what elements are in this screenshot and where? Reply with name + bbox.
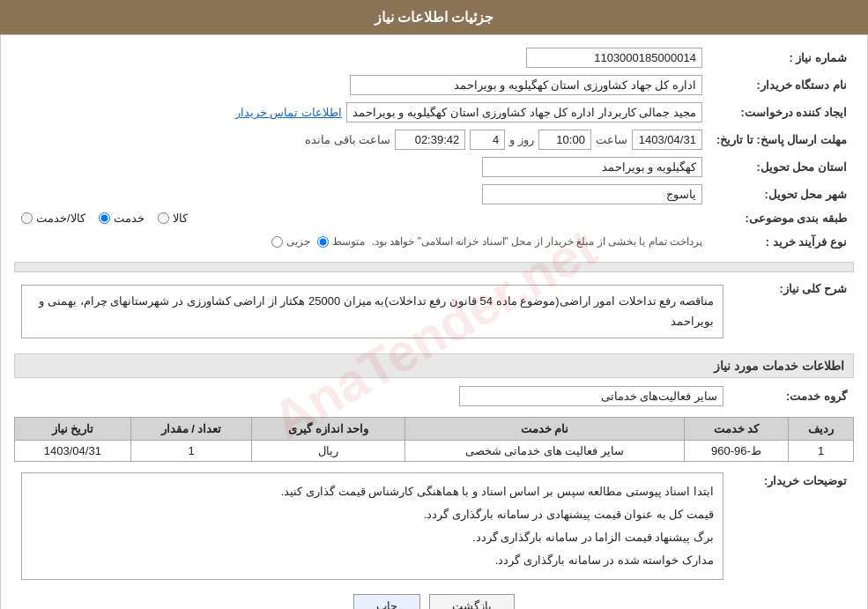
ostan-label: استان محل تحویل: bbox=[709, 153, 854, 181]
col-tedad: تعداد / مقدار bbox=[130, 417, 252, 440]
col-nam: نام خدمت bbox=[405, 417, 685, 440]
dastgah-box: اداره کل جهاد کشاورزی استان کهگیلویه و ب… bbox=[350, 75, 702, 95]
tossif-line: برگ پیشنهاد قیمت الزاما در سامانه بارگذا… bbox=[31, 526, 714, 549]
tabaqe-khedmat-item: خدمت bbox=[99, 212, 145, 225]
services-grid: ردیف کد خدمت نام خدمت واحد اندازه گیری ت… bbox=[14, 417, 854, 462]
back-button[interactable]: بازگشت bbox=[429, 594, 515, 609]
mohlat-rooz-box: 4 bbox=[470, 130, 505, 150]
cell-nam_khedmat: سایر فعالیت های خدماتی شخصی bbox=[405, 440, 685, 461]
khadamat-title: اطلاعات خدمات مورد نیاز bbox=[14, 353, 854, 378]
shomara-niaz-box: 1103000185000014 bbox=[526, 48, 702, 68]
shahr-value: یاسوج bbox=[14, 181, 709, 208]
tabaqe-value: کالا/خدمت خدمت کالا bbox=[14, 208, 709, 228]
tabaqe-kala-item: کالا bbox=[158, 212, 188, 225]
saaat-label: ساعت bbox=[596, 133, 627, 146]
sharh-table: شرح کلی نیاز: مناقصه رفع تداخلات امور ار… bbox=[14, 277, 854, 346]
nooe-row: نوع فرآیند خرید : پرداخت تمام یا بخشی از… bbox=[14, 228, 854, 255]
pardakht-text: پرداخت تمام یا بخشی از مبلغ خریدار از مح… bbox=[372, 235, 702, 248]
cell-tarikh: 1403/04/31 bbox=[15, 440, 131, 461]
tabaqe-kala-khedmat-radio[interactable] bbox=[21, 212, 33, 224]
tossif-table: توضیحات خریدار: ابتدا اسناد پیوستی مطالع… bbox=[14, 469, 854, 583]
cell-radif: 1 bbox=[789, 440, 854, 461]
shahr-box: یاسوج bbox=[482, 184, 702, 204]
sharh-value: مناقصه رفع تداخلات امور اراضی(موضوع ماده… bbox=[14, 277, 731, 346]
ijad-row: ایجاد کننده درخواست: مجید جمالی کاربردار… bbox=[14, 99, 854, 126]
tossif-box: ابتدا اسناد پیوستی مطالعه سپس بر اساس اس… bbox=[21, 472, 723, 580]
col-tarikh: تاریخ نیاز bbox=[15, 417, 131, 440]
nooe-jozii-item: جزیی bbox=[271, 235, 310, 248]
tossif-line: ابتدا اسناد پیوستی مطالعه سپس بر اساس اس… bbox=[31, 480, 714, 503]
grid-header-row: ردیف کد خدمت نام خدمت واحد اندازه گیری ت… bbox=[15, 417, 854, 440]
mohlat-value: 1403/04/31 ساعت 10:00 روز و 4 02:39:42 س… bbox=[14, 126, 709, 153]
ijad-value: مجید جمالی کاربردار اداره کل جهاد کشاورز… bbox=[14, 99, 709, 126]
col-kod: کد خدمت bbox=[684, 417, 788, 440]
mande-label: ساعت باقی مانده bbox=[305, 133, 390, 146]
ijad-box: مجید جمالی کاربردار اداره کل جهاد کشاورز… bbox=[346, 102, 702, 123]
col-vahed: واحد اندازه گیری bbox=[252, 417, 405, 440]
tossif-line: مدارک خواسته شده در سامانه بارگذاری گردد… bbox=[31, 549, 714, 572]
info-table: شماره نیاز : 1103000185000014 نام دستگاه… bbox=[14, 44, 854, 255]
shomara-niaz-value: 1103000185000014 bbox=[14, 44, 709, 71]
page-title: جزئیات اطلاعات نیاز bbox=[375, 10, 494, 25]
grooh-value: سایر فعالیت‌های خدماتی bbox=[14, 382, 731, 410]
contact-link[interactable]: اطلاعات تماس خریدار bbox=[235, 106, 342, 119]
tabaqe-kala-khedmat-item: کالا/خدمت bbox=[21, 212, 85, 225]
dastgah-row: نام دستگاه خریدار: اداره کل جهاد کشاورزی… bbox=[14, 71, 854, 99]
rooz-label: روز و bbox=[509, 133, 534, 146]
grooh-label: گروه خدمت: bbox=[731, 382, 854, 410]
sharh-box: مناقصه رفع تداخلات امور اراضی(موضوع ماده… bbox=[21, 285, 723, 338]
page-header: جزئیات اطلاعات نیاز bbox=[0, 0, 868, 34]
cell-tedad: 1 bbox=[130, 440, 252, 461]
dastgah-value: اداره کل جهاد کشاورزی استان کهگیلویه و ب… bbox=[14, 71, 709, 99]
tabaqe-kala-khedmat-label: کالا/خدمت bbox=[36, 212, 85, 225]
shahr-label: شهر محل تحویل: bbox=[709, 181, 854, 208]
tabaqe-khedmat-label: خدمت bbox=[114, 212, 145, 225]
shahr-row: شهر محل تحویل: یاسوج bbox=[14, 181, 854, 208]
print-button[interactable]: چاپ bbox=[353, 594, 420, 609]
sharh-row: شرح کلی نیاز: مناقصه رفع تداخلات امور ار… bbox=[14, 277, 854, 346]
tabaqe-kala-label: کالا bbox=[173, 212, 188, 225]
nooe-value: پرداخت تمام یا بخشی از مبلغ خریدار از مح… bbox=[14, 228, 709, 255]
nooe-label: نوع فرآیند خرید : bbox=[709, 228, 854, 255]
shomara-niaz-label: شماره نیاز : bbox=[709, 44, 854, 71]
tossif-value: ابتدا اسناد پیوستی مطالعه سپس بر اساس اس… bbox=[14, 469, 731, 583]
mohlat-row: مهلت ارسال پاسخ: تا تاریخ: 1403/04/31 سا… bbox=[14, 126, 854, 153]
mohlat-label: مهلت ارسال پاسخ: تا تاریخ: bbox=[709, 126, 854, 153]
cell-vahed: ریال bbox=[252, 440, 405, 461]
mohlat-date-box: 1403/04/31 bbox=[632, 130, 702, 150]
table-row: 1ط-96-960سایر فعالیت های خدماتی شخصیریال… bbox=[15, 440, 854, 461]
tabaqe-kala-radio[interactable] bbox=[158, 212, 169, 224]
ijad-label: ایجاد کننده درخواست: bbox=[709, 99, 854, 126]
tossif-row: توضیحات خریدار: ابتدا اسناد پیوستی مطالع… bbox=[14, 469, 854, 583]
ostan-row: استان محل تحویل: کهگیلویه و بویراحمد bbox=[14, 153, 854, 181]
col-radif: ردیف bbox=[789, 417, 854, 440]
nooe-jozii-radio[interactable] bbox=[271, 236, 283, 248]
nooe-jozii-label: جزیی bbox=[286, 235, 310, 248]
mohlat-saat-box: 10:00 bbox=[538, 130, 591, 150]
nooe-mottaset-radio[interactable] bbox=[317, 236, 329, 248]
sharh-section-divider bbox=[14, 262, 854, 272]
tabaqe-label: طبقه بندی موضوعی: bbox=[709, 208, 854, 228]
tossif-line: قیمت کل به عنوان قیمت پیشنهادی در سامانه… bbox=[31, 503, 714, 526]
shomara-row: شماره نیاز : 1103000185000014 bbox=[14, 44, 854, 71]
ostan-box: کهگیلویه و بویراحمد bbox=[482, 157, 702, 177]
grooh-row: گروه خدمت: سایر فعالیت‌های خدماتی bbox=[14, 382, 854, 410]
tossif-label: توضیحات خریدار: bbox=[731, 469, 854, 583]
sharh-label: شرح کلی نیاز: bbox=[731, 277, 854, 346]
mohlat-mande-box: 02:39:42 bbox=[395, 130, 465, 150]
nooe-mottaset-label: متوسط bbox=[332, 235, 365, 248]
ostan-value: کهگیلویه و بویراحمد bbox=[14, 153, 709, 181]
nooe-mottaset-item: متوسط bbox=[317, 235, 365, 248]
cell-kod_khedmat: ط-96-960 bbox=[684, 440, 788, 461]
grooh-table: گروه خدمت: سایر فعالیت‌های خدماتی bbox=[14, 382, 854, 410]
grooh-box: سایر فعالیت‌های خدماتی bbox=[459, 386, 723, 406]
dastgah-label: نام دستگاه خریدار: bbox=[709, 71, 854, 99]
tabaqe-row: طبقه بندی موضوعی: کالا/خدمت خدمت کالا bbox=[14, 208, 854, 228]
button-row: بازگشت چاپ bbox=[14, 594, 854, 609]
tabaqe-khedmat-radio[interactable] bbox=[99, 212, 110, 224]
